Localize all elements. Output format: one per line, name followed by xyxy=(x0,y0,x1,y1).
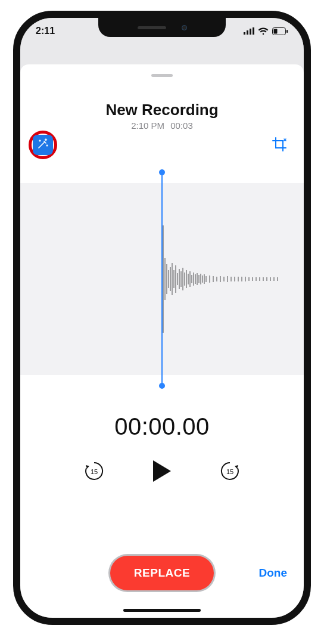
skip-forward-15-button[interactable]: 15 xyxy=(218,460,242,484)
play-button[interactable] xyxy=(148,458,176,487)
recording-time: 2:10 PM xyxy=(131,120,164,131)
svg-text:15: 15 xyxy=(226,468,233,475)
done-button[interactable]: Done xyxy=(259,566,288,580)
svg-rect-6 xyxy=(286,30,288,33)
svg-rect-0 xyxy=(244,32,245,35)
svg-rect-3 xyxy=(253,27,254,35)
svg-text:15: 15 xyxy=(91,468,98,475)
phone-frame: 2:11 New Recording 2:10 PM 00:03 xyxy=(13,11,311,625)
svg-rect-2 xyxy=(250,29,251,35)
skip-back-icon: 15 xyxy=(83,460,105,485)
recording-title[interactable]: New Recording xyxy=(20,101,304,119)
sheet-grabber[interactable] xyxy=(151,74,173,77)
recording-duration: 00:03 xyxy=(170,120,193,131)
crop-icon xyxy=(271,136,288,155)
battery-icon xyxy=(272,27,288,35)
skip-forward-icon: 15 xyxy=(219,460,241,485)
time-readout: 00:00.00 xyxy=(20,413,304,440)
highlight-ring xyxy=(29,131,57,159)
notch xyxy=(98,18,226,37)
home-indicator[interactable] xyxy=(123,609,201,612)
enhance-recording-button[interactable] xyxy=(33,135,53,155)
wand-icon xyxy=(37,138,49,152)
playhead[interactable] xyxy=(161,172,163,386)
playback-controls: 15 15 xyxy=(20,458,304,487)
play-icon xyxy=(152,459,172,485)
status-time: 2:11 xyxy=(36,26,55,36)
wifi-icon xyxy=(258,27,269,35)
waveform-scrubber[interactable] xyxy=(20,169,304,389)
trim-button[interactable] xyxy=(269,135,289,156)
svg-rect-5 xyxy=(274,29,278,33)
recording-subtitle: 2:10 PM 00:03 xyxy=(20,120,304,131)
replace-button[interactable]: REPLACE xyxy=(110,556,214,590)
cellular-icon xyxy=(244,27,254,35)
editor-sheet: New Recording 2:10 PM 00:03 xyxy=(20,64,304,618)
skip-back-15-button[interactable]: 15 xyxy=(82,460,106,484)
svg-rect-1 xyxy=(247,30,248,35)
